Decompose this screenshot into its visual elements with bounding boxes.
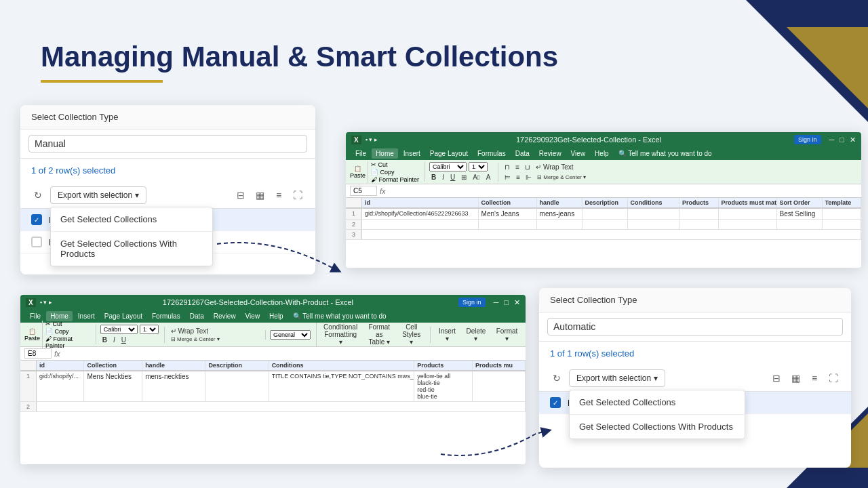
copy-b-icon[interactable]: 📄 Copy xyxy=(45,328,90,335)
cut-icon[interactable]: ✂ Cut xyxy=(371,161,419,168)
align-left-button[interactable]: ⊨ xyxy=(502,173,513,182)
cell-template-2[interactable] xyxy=(823,220,861,229)
cell-b-products-1[interactable]: yellow-tie all black-tie red-tie blue-ti… xyxy=(414,371,473,401)
excel-top-signin[interactable]: Sign in xyxy=(794,135,821,144)
underline-b-button[interactable]: U xyxy=(119,336,128,344)
delete-b[interactable]: Delete ▾ xyxy=(462,327,490,343)
bold-b-button[interactable]: B xyxy=(100,336,109,344)
grid-br-icon[interactable]: ▦ xyxy=(789,371,802,385)
cell-b-handle-1[interactable]: mens-neckties xyxy=(142,371,205,401)
cell-description-2[interactable] xyxy=(583,220,628,229)
number-format-b-select[interactable]: General xyxy=(270,330,311,340)
excel-menu-home[interactable]: Home xyxy=(372,148,398,159)
expand-icon[interactable]: ⛶ xyxy=(291,188,304,202)
fill-color-button[interactable]: A⃞ xyxy=(471,173,481,182)
cell-empty-3[interactable] xyxy=(362,230,861,239)
cell-sort-1[interactable]: Best Selling xyxy=(777,209,823,219)
cell-sort-2[interactable] xyxy=(777,220,823,229)
excel-menu-insert[interactable]: Insert xyxy=(399,148,425,159)
excel-menu-tellme[interactable]: 🔍 Tell me what you want to do xyxy=(614,148,716,159)
paste-icon[interactable]: 📋 xyxy=(354,165,361,172)
excel-data-row-1[interactable]: 1 gid://shopify/Collection/465222926633 … xyxy=(346,209,861,220)
wrap-text-b-button[interactable]: ↵ Wrap Text xyxy=(169,327,210,336)
filter-br-icon[interactable]: ⊟ xyxy=(770,371,783,385)
format-table-b[interactable]: Format asTable ▾ xyxy=(363,323,395,346)
align-right-button[interactable]: ⊩ xyxy=(524,173,534,182)
cell-reference[interactable]: C5 xyxy=(350,186,377,196)
excel-menu-formulas[interactable]: Formulas xyxy=(473,148,510,159)
cell-collection-2[interactable] xyxy=(479,220,537,229)
maximize-icon[interactable]: □ xyxy=(840,136,844,144)
excel-b-menu-formulas[interactable]: Formulas xyxy=(148,311,184,321)
cell-products-1[interactable] xyxy=(679,209,718,219)
copy-icon[interactable]: 📄 Copy xyxy=(371,169,419,176)
close-icon[interactable]: ✕ xyxy=(850,136,856,144)
font-family-select[interactable]: Calibri xyxy=(429,162,467,171)
collection-type-br-dropdown[interactable]: Manual Automatic xyxy=(547,318,843,336)
excel-menu-view[interactable]: View xyxy=(567,148,590,159)
font-family-b-select[interactable]: Calibri xyxy=(100,325,138,334)
get-selected-collections-with-products-item[interactable]: Get Selected Collections With Products xyxy=(51,232,212,266)
align-bottom-button[interactable]: ⊔ xyxy=(523,163,532,171)
excel-b-row-1[interactable]: 1 gid://shopify/... Mens Neckties mens-n… xyxy=(20,371,526,402)
excel-b-menu-data[interactable]: Data xyxy=(186,311,208,321)
filter-icon[interactable]: ⊟ xyxy=(234,188,248,202)
cell-must-1[interactable] xyxy=(719,209,777,219)
collection-type-dropdown[interactable]: Manual Automatic xyxy=(28,135,307,152)
cell-conditions-2[interactable] xyxy=(628,220,680,229)
font-size-b-select[interactable]: 11 xyxy=(140,325,159,334)
cell-products-2[interactable] xyxy=(679,220,718,229)
row2-checkbox[interactable] xyxy=(31,237,42,247)
borders-button[interactable]: ⊞ xyxy=(459,173,469,182)
cell-collection-1[interactable]: Men's Jeans xyxy=(479,209,537,219)
close-b-icon[interactable]: ✕ xyxy=(514,298,520,307)
cell-b-empty-2[interactable] xyxy=(37,402,526,411)
cell-b-description-1[interactable] xyxy=(205,371,269,401)
format-b[interactable]: Format ▾ xyxy=(492,327,521,343)
list-icon[interactable]: ≡ xyxy=(272,188,285,202)
italic-b-button[interactable]: I xyxy=(111,336,117,344)
cell-description-1[interactable] xyxy=(583,209,628,219)
cell-handle-2[interactable] xyxy=(537,220,583,229)
align-middle-button[interactable]: ≡ xyxy=(513,163,521,171)
cell-template-1[interactable] xyxy=(823,209,861,219)
italic-button[interactable]: I xyxy=(440,173,446,182)
excel-bottom-signin[interactable]: Sign in xyxy=(458,298,486,307)
grid-icon[interactable]: ▦ xyxy=(253,188,267,202)
formula-input[interactable] xyxy=(389,187,857,195)
refresh-icon[interactable]: ↻ xyxy=(31,188,45,202)
get-selected-collections-with-products-br-item[interactable]: Get Selected Collections With Products xyxy=(570,415,745,439)
cell-id-2[interactable] xyxy=(362,220,479,229)
excel-b-menu-review[interactable]: Review xyxy=(210,311,240,321)
minimize-b-icon[interactable]: ─ xyxy=(494,298,499,306)
cell-b-conditions-1[interactable]: TITLE CONTAINS tie,TYPE NOT_CONTAINS mws… xyxy=(269,371,415,401)
excel-menu-pagelayout[interactable]: Page Layout xyxy=(426,148,472,159)
cell-reference-b[interactable]: E8 xyxy=(24,348,52,359)
get-selected-collections-br-item[interactable]: Get Selected Collections xyxy=(570,390,745,415)
merge-button[interactable]: ⊟ Merge & Center ▾ xyxy=(535,173,588,182)
row1-checkbox[interactable]: ✓ xyxy=(31,214,42,225)
excel-b-menu-view[interactable]: View xyxy=(241,311,264,321)
insert-b[interactable]: Insert ▾ xyxy=(435,327,460,343)
cell-styles-b[interactable]: CellStyles ▾ xyxy=(398,323,425,346)
get-selected-collections-item[interactable]: Get Selected Collections xyxy=(51,207,212,232)
format-painter-b-icon[interactable]: 🖌 Format Painter xyxy=(45,336,90,349)
excel-menu-data[interactable]: Data xyxy=(511,148,534,159)
list-br-icon[interactable]: ≡ xyxy=(808,371,821,385)
cell-conditions-1[interactable] xyxy=(628,209,680,219)
excel-menu-file[interactable]: File xyxy=(351,148,370,159)
cell-b-id-1[interactable]: gid://shopify/... xyxy=(37,371,84,401)
align-top-button[interactable]: ⊓ xyxy=(502,163,512,171)
cell-id-1[interactable]: gid://shopify/Collection/465222926633 xyxy=(362,209,479,219)
excel-b-menu-tellme[interactable]: 🔍 Tell me what you want to do xyxy=(289,311,391,321)
font-size-select[interactable]: 11 xyxy=(469,162,488,171)
minimize-icon[interactable]: ─ xyxy=(829,136,835,144)
excel-b-menu-pagelayout[interactable]: Page Layout xyxy=(100,311,146,321)
underline-button[interactable]: U xyxy=(448,173,457,182)
excel-menu-help[interactable]: Help xyxy=(591,148,613,159)
font-color-button[interactable]: A xyxy=(484,173,493,182)
cell-must-2[interactable] xyxy=(719,220,777,229)
export-selection-button[interactable]: Export with selection ▾ xyxy=(50,186,146,204)
wrap-text-button[interactable]: ↵ Wrap Text xyxy=(534,163,575,171)
maximize-b-icon[interactable]: □ xyxy=(504,298,509,306)
